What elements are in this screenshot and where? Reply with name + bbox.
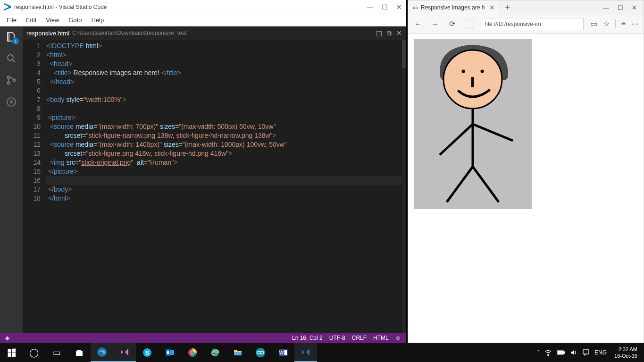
svg-point-22: [191, 351, 194, 354]
taskbar: ◯ ▭ S W ˄ ENG 2:32 AM 16-Oct-15: [0, 343, 644, 362]
new-tab-button[interactable]: +: [500, 3, 515, 13]
svg-line-10: [440, 124, 473, 155]
svg-point-3: [13, 79, 16, 82]
menu-file[interactable]: File: [2, 16, 21, 25]
split-editor-icon[interactable]: ◫: [376, 29, 382, 37]
debug-icon[interactable]: [5, 95, 18, 109]
visual-studio-icon[interactable]: [113, 343, 136, 362]
svg-point-1: [8, 76, 10, 79]
svg-rect-32: [564, 352, 565, 354]
tray-chevron-icon[interactable]: ˄: [537, 349, 540, 356]
tab-filename[interactable]: responsive.html: [26, 30, 69, 37]
status-feedback-icon[interactable]: ◈: [0, 335, 14, 341]
status-bar: ◈ Ln 16, Col 2 UTF-8 CRLF HTML ☺: [0, 333, 406, 343]
svg-rect-18: [170, 350, 174, 355]
tab-filepath: C:\Users\sakirtan\Downloads\responsive_t…: [72, 30, 186, 36]
vscode-menubar: File Edit View Goto Help: [0, 14, 406, 26]
explorer-icon[interactable]: 1: [5, 30, 18, 43]
vscode-titlebar[interactable]: responsive.html - Visual Studio Code ― ☐…: [0, 0, 406, 14]
skype-icon[interactable]: S: [136, 343, 159, 362]
file-explorer-icon[interactable]: [226, 343, 249, 362]
ie-icon[interactable]: [204, 343, 226, 362]
git-icon[interactable]: [5, 74, 18, 87]
menu-edit[interactable]: Edit: [21, 16, 41, 25]
code-editor[interactable]: 123456789101112131415161718 <!DOCTYPE ht…: [23, 40, 406, 333]
hub-icon[interactable]: ≡: [621, 19, 626, 28]
window-title: responsive.html - Visual Studio Code: [14, 4, 107, 10]
stick-figure-image: [414, 39, 532, 209]
forward-icon[interactable]: →: [430, 20, 440, 28]
maximize-icon[interactable]: ☐: [618, 4, 623, 11]
word-icon[interactable]: W: [272, 343, 294, 362]
status-smiley-icon[interactable]: ☺: [395, 335, 401, 341]
menu-help[interactable]: Help: [87, 16, 109, 25]
svg-rect-33: [558, 352, 563, 354]
arduino-icon[interactable]: [249, 343, 272, 362]
search-icon[interactable]: [5, 52, 18, 65]
svg-rect-28: [284, 350, 287, 355]
svg-point-2: [8, 82, 10, 84]
tab-title: Responsive images are h: [421, 4, 485, 11]
svg-point-0: [8, 55, 13, 60]
vscode-taskbar-icon[interactable]: [294, 343, 317, 362]
wifi-icon[interactable]: [544, 349, 552, 356]
svg-point-19: [167, 351, 169, 354]
code-lines[interactable]: <!DOCTYPE html><html> <head> <title> Res…: [46, 40, 406, 333]
status-language[interactable]: HTML: [373, 335, 389, 341]
edge-window: ▭ Responsive images are h ✕ + ― ☐ ✕ ← → …: [408, 0, 644, 343]
close-icon[interactable]: ✕: [632, 4, 637, 11]
vscode-logo-icon: [4, 3, 11, 11]
menu-goto[interactable]: Goto: [64, 16, 86, 25]
favorite-icon[interactable]: ☆: [603, 19, 610, 28]
tab-close-icon[interactable]: ✕: [489, 4, 495, 11]
line-gutter: 123456789101112131415161718: [23, 40, 46, 333]
task-view-icon[interactable]: ▭: [45, 343, 68, 362]
explorer-badge: 1: [12, 38, 19, 44]
svg-line-13: [473, 167, 499, 202]
svg-rect-25: [234, 352, 242, 355]
status-encoding[interactable]: UTF-8: [329, 335, 345, 341]
minimap-scrollbar[interactable]: [402, 40, 406, 333]
page-icon: ▭: [413, 4, 418, 11]
open-changes-icon[interactable]: ⧉: [387, 29, 392, 37]
status-eol[interactable]: CRLF: [352, 335, 367, 341]
editor-tab-bar: responsive.html C:\Users\sakirtan\Downlo…: [23, 26, 406, 40]
battery-icon[interactable]: [557, 350, 565, 355]
maximize-icon[interactable]: ☐: [382, 3, 388, 11]
edge-taskbar-icon[interactable]: [91, 343, 113, 362]
clock[interactable]: 2:32 AM 16-Oct-15: [611, 346, 640, 359]
status-line-col[interactable]: Ln 16, Col 2: [292, 335, 323, 341]
clock-date: 16-Oct-15: [614, 353, 637, 359]
menu-view[interactable]: View: [41, 16, 64, 25]
language-indicator[interactable]: ENG: [594, 349, 607, 356]
clock-time: 2:32 AM: [614, 346, 637, 353]
outlook-icon[interactable]: [159, 343, 181, 362]
reading-view-icon[interactable]: ▭: [590, 19, 597, 28]
chrome-icon[interactable]: [181, 343, 204, 362]
activity-bar: 1: [0, 26, 23, 333]
minimize-icon[interactable]: ―: [603, 4, 609, 11]
store-icon[interactable]: [68, 343, 91, 362]
address-bar[interactable]: file:///D:/responsive-im: [481, 18, 584, 30]
volume-icon[interactable]: [570, 349, 577, 356]
browser-viewport: [408, 34, 644, 343]
more-icon[interactable]: ⋯: [631, 19, 639, 28]
browser-tab[interactable]: ▭ Responsive images are h ✕: [408, 0, 500, 15]
svg-text:S: S: [145, 349, 150, 356]
cortana-icon[interactable]: ◯: [23, 343, 45, 362]
close-icon[interactable]: ✕: [396, 3, 402, 11]
vscode-window: responsive.html - Visual Studio Code ― ☐…: [0, 0, 406, 343]
back-icon[interactable]: ←: [413, 20, 423, 28]
svg-rect-34: [583, 350, 589, 354]
edge-toolbar: ← → ⟳ file:///D:/responsive-im ▭ ☆ ≡ ⋯: [408, 15, 644, 34]
svg-point-30: [548, 355, 549, 356]
refresh-icon[interactable]: ⟳: [447, 19, 457, 28]
minimize-icon[interactable]: ―: [367, 3, 373, 11]
edge-titlebar[interactable]: ▭ Responsive images are h ✕ + ― ☐ ✕: [408, 0, 644, 15]
svg-point-6: [462, 70, 465, 73]
start-button[interactable]: [0, 343, 23, 362]
action-center-icon[interactable]: [582, 349, 590, 356]
svg-text:W: W: [279, 350, 284, 355]
close-tab-icon[interactable]: ✕: [396, 29, 402, 37]
svg-rect-8: [471, 77, 474, 87]
